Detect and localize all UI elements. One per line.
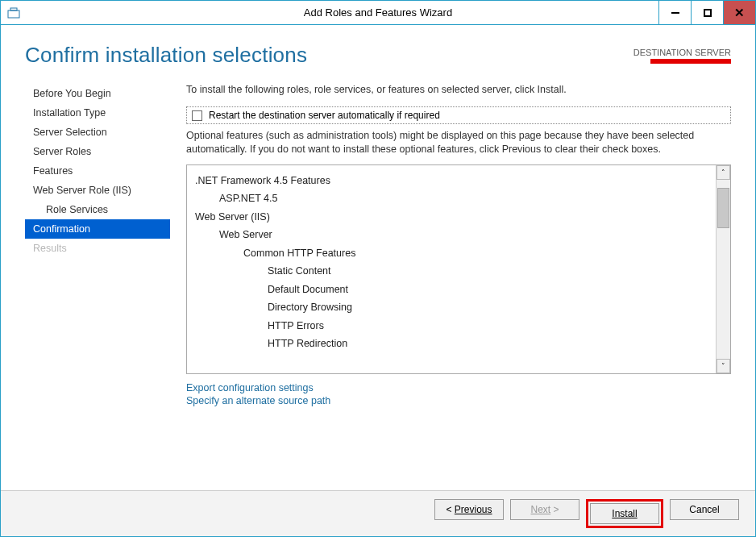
- nav-item-before-you-begin[interactable]: Before You Begin: [25, 84, 170, 103]
- alternate-source-link[interactable]: Specify an alternate source path: [186, 395, 731, 406]
- nav-item-results: Results: [25, 239, 170, 258]
- page-title: Confirm installation selections: [25, 43, 307, 68]
- previous-button[interactable]: < Previous: [434, 499, 504, 520]
- cancel-button[interactable]: Cancel: [670, 499, 739, 520]
- features-tree-box: .NET Framework 4.5 FeaturesASP.NET 4.5We…: [186, 164, 731, 374]
- tree-item: HTTP Errors: [195, 317, 712, 335]
- restart-checkbox-label: Restart the destination server automatic…: [209, 110, 440, 121]
- nav-item-features[interactable]: Features: [25, 161, 170, 181]
- chevron-up-icon: ˄: [721, 169, 725, 177]
- restart-checkbox-row[interactable]: Restart the destination server automatic…: [186, 106, 731, 124]
- maximize-icon: [704, 9, 712, 17]
- destination-server-redaction: [650, 59, 731, 64]
- scroll-down-button[interactable]: ˅: [717, 359, 730, 373]
- nav-item-server-selection[interactable]: Server Selection: [25, 123, 170, 142]
- tree-item: Web Server (IIS): [195, 208, 712, 227]
- next-button-label: Next: [530, 504, 550, 515]
- destination-server-block: DESTINATION SERVER: [633, 43, 731, 64]
- nav-item-role-services[interactable]: Role Services: [25, 200, 170, 219]
- install-button-label: Install: [612, 508, 637, 519]
- links-row: Export configuration settings Specify an…: [186, 382, 731, 408]
- install-highlight: Install: [586, 499, 663, 528]
- nav-item-server-roles[interactable]: Server Roles: [25, 142, 170, 161]
- tree-item: Directory Browsing: [195, 298, 712, 317]
- close-icon: ✕: [734, 6, 745, 20]
- window-title: Add Roles and Features Wizard: [1, 6, 755, 19]
- tree-item: ASP.NET 4.5: [195, 189, 712, 208]
- content-wrap: Confirm installation selections DESTINAT…: [1, 25, 755, 536]
- scroll-track[interactable]: [717, 180, 730, 359]
- export-config-link[interactable]: Export configuration settings: [186, 382, 731, 393]
- svg-rect-1: [10, 8, 17, 10]
- restart-checkbox[interactable]: [192, 110, 202, 121]
- header-region: Confirm installation selections DESTINAT…: [1, 25, 755, 74]
- wizard-nav: Before You BeginInstallation TypeServer …: [25, 84, 170, 490]
- chevron-down-icon: ˅: [721, 362, 725, 370]
- nav-item-web-server-role-iis[interactable]: Web Server Role (IIS): [25, 181, 170, 200]
- app-icon: [7, 6, 20, 19]
- destination-server-label: DESTINATION SERVER: [633, 48, 731, 57]
- wizard-window: Add Roles and Features Wizard ✕ Confirm …: [0, 0, 756, 537]
- footer-bar: < Previous Next > Install Cancel: [1, 490, 755, 536]
- tree-item: Common HTTP Features: [195, 244, 712, 263]
- minimize-button[interactable]: [658, 1, 691, 24]
- tree-item: Static Content: [195, 262, 712, 281]
- vertical-scrollbar[interactable]: ˄ ˅: [716, 165, 730, 373]
- tree-item: Default Document: [195, 281, 712, 299]
- svg-rect-0: [8, 10, 19, 18]
- nav-item-installation-type[interactable]: Installation Type: [25, 103, 170, 123]
- titlebar: Add Roles and Features Wizard ✕: [1, 1, 755, 25]
- install-button[interactable]: Install: [590, 503, 659, 524]
- close-button[interactable]: ✕: [723, 1, 755, 24]
- scroll-up-button[interactable]: ˄: [717, 165, 730, 180]
- tree-item: Web Server: [195, 226, 712, 244]
- main-panel: To install the following roles, role ser…: [186, 84, 731, 490]
- minimize-icon: [671, 12, 679, 14]
- body-region: Before You BeginInstallation TypeServer …: [1, 74, 755, 490]
- optional-features-text: Optional features (such as administratio…: [186, 129, 731, 156]
- intro-text: To install the following roles, role ser…: [186, 84, 731, 95]
- next-button[interactable]: Next >: [510, 499, 579, 520]
- maximize-button[interactable]: [691, 1, 723, 24]
- titlebar-controls: ✕: [658, 1, 755, 24]
- tree-item: HTTP Redirection: [195, 335, 712, 353]
- nav-item-confirmation[interactable]: Confirmation: [25, 219, 170, 239]
- scroll-thumb[interactable]: [717, 188, 729, 228]
- features-tree[interactable]: .NET Framework 4.5 FeaturesASP.NET 4.5We…: [187, 165, 716, 373]
- tree-item: .NET Framework 4.5 Features: [195, 172, 712, 190]
- previous-button-label: Previous: [455, 504, 492, 515]
